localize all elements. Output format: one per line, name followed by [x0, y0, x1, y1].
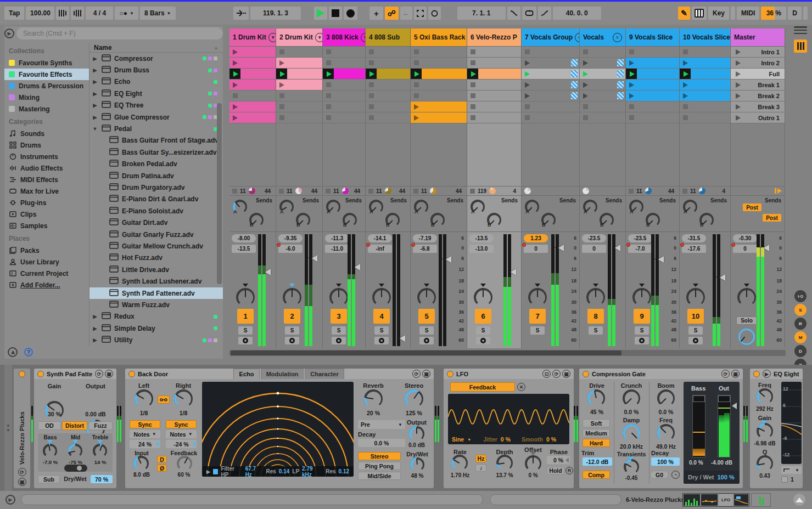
depth-knob[interactable] — [496, 455, 513, 471]
track-header[interactable]: 5 Oxi Bass Rack — [411, 29, 467, 47]
pan-knob[interactable] — [417, 288, 436, 307]
treble-knob[interactable] — [93, 444, 107, 458]
echo-drywet-knob[interactable] — [410, 457, 424, 472]
save-preset-icon[interactable]: ▣ — [422, 370, 430, 378]
peak-level-field[interactable]: -11.3 — [325, 234, 349, 242]
track-number-button[interactable]: 2 — [284, 309, 300, 324]
eq-freq-knob[interactable] — [757, 388, 773, 405]
viz-freeze-icon[interactable] — [213, 469, 219, 474]
fuzz-mode-button[interactable]: Fuzz — [88, 421, 113, 430]
playing-clip-button[interactable] — [323, 69, 334, 79]
sidebar-item-drums[interactable]: Drums — [4, 139, 89, 151]
playing-clip-button[interactable] — [229, 69, 240, 79]
cue-button[interactable] — [476, 337, 490, 344]
track-header[interactable]: Vocals≡ — [580, 29, 625, 47]
rate-value[interactable]: 1.70 Hz — [445, 472, 475, 478]
sidebar-item-audio-effects[interactable]: Audio Effects — [4, 162, 89, 174]
eq8-title-bar[interactable]: ▶ EQ Eight — [750, 369, 803, 379]
volume-field[interactable]: -6.8 — [413, 245, 437, 253]
clip-slot[interactable] — [626, 80, 679, 91]
jitter-value[interactable]: 0 % — [501, 436, 511, 443]
scene-slot[interactable]: Outro 1 — [731, 112, 785, 123]
solo-button[interactable]: S — [635, 326, 649, 335]
disclosure-icon[interactable]: ▶ — [92, 314, 98, 319]
preset-item[interactable]: E-Piano Dirt & Gnarl.adv — [89, 194, 223, 205]
show-returns-toggle[interactable]: R — [794, 318, 807, 330]
clip-slot[interactable] — [467, 91, 521, 101]
peak-level-field[interactable]: -13.5 — [469, 234, 494, 242]
clip-slot[interactable] — [626, 47, 679, 58]
sidebar-item-packs[interactable]: Packs — [4, 245, 89, 256]
send-a-knob[interactable]: A — [326, 200, 340, 214]
send-a-knob[interactable]: A — [471, 200, 485, 214]
clip-slot[interactable] — [580, 58, 625, 69]
cue-button[interactable] — [635, 337, 649, 344]
clip-slot[interactable] — [680, 101, 730, 112]
disclosure-icon[interactable]: ▶ — [92, 337, 98, 343]
punch-in-button[interactable] — [507, 7, 520, 20]
track-number-button[interactable]: 8 — [587, 309, 604, 324]
play-button[interactable] — [314, 7, 327, 20]
punch-out-button[interactable] — [538, 7, 551, 20]
clip-slot[interactable] — [626, 91, 679, 101]
send-a-knob[interactable]: A — [629, 200, 643, 214]
eq-gain-knob[interactable] — [757, 423, 773, 439]
volume-fader-handle[interactable] — [355, 264, 360, 270]
preset-item[interactable]: Broken Pedal.adv — [89, 159, 223, 170]
preset-item[interactable]: Synth Pad Fattener.adv — [89, 287, 223, 299]
clip-slot[interactable] — [229, 47, 276, 58]
re-enable-automation-button[interactable] — [428, 7, 441, 20]
wave-dropdown-icon[interactable]: ▼ — [467, 438, 471, 442]
clip-slot[interactable] — [467, 80, 521, 91]
send-b-knob[interactable]: B — [487, 213, 501, 227]
groove-amount-selector[interactable]: ○●▼ — [115, 7, 138, 20]
show-delay-toggle[interactable]: D — [794, 345, 807, 357]
damp-knob[interactable] — [623, 424, 640, 442]
ducking-button[interactable]: D — [157, 456, 167, 463]
device-item[interactable]: ▶Redux — [89, 311, 223, 323]
input-value[interactable]: 8.0 dB — [126, 472, 157, 478]
chain-meter-thumb[interactable] — [751, 493, 771, 507]
send-b-knob[interactable]: B — [249, 213, 264, 227]
send-a-knob[interactable]: A — [683, 200, 697, 214]
sidebar-item-favourite-effects[interactable]: Favourite Effects — [4, 69, 89, 80]
compgate-title-bar[interactable]: Compression Gate ⟳▣ — [579, 369, 743, 379]
cue-button[interactable] — [332, 337, 346, 344]
volume-field[interactable]: -13.5 — [232, 245, 256, 253]
listen-icon[interactable]: ◔ — [671, 471, 680, 479]
pan-knob[interactable] — [632, 288, 651, 307]
volume-field[interactable]: 0 — [733, 245, 757, 253]
device-item[interactable]: ▶Glue Compressor — [89, 111, 223, 123]
clip-slot[interactable] — [626, 69, 679, 80]
chevron-down-icon[interactable]: ▼ — [361, 33, 365, 42]
preset-item[interactable]: Hot Fuzz.adv — [89, 252, 223, 264]
soft-button[interactable]: Soft — [583, 419, 610, 427]
peak-level-field[interactable]: -14.1 — [368, 234, 392, 242]
stop-all-clips-button[interactable] — [775, 188, 782, 194]
track-header[interactable]: 2 Drum Kit▼ — [276, 29, 322, 47]
stop-button[interactable] — [329, 7, 342, 20]
hot-swap-icon[interactable]: ⟳ — [412, 370, 421, 378]
preset-item[interactable]: Little Drive.adv — [89, 264, 223, 275]
midi-map-button[interactable]: MIDI — [737, 7, 759, 20]
show-mixer-toggle[interactable]: M — [794, 331, 807, 343]
hot-swap-icon[interactable]: ⟳ — [721, 370, 730, 378]
disclosure-icon[interactable]: ▶ — [92, 56, 98, 61]
arrangement-position-field[interactable]: 119. 1. 3 — [250, 7, 301, 20]
bass-knob[interactable] — [43, 444, 57, 458]
stereo-mode-button[interactable]: Stereo — [358, 452, 401, 460]
crunch-knob[interactable] — [623, 389, 640, 407]
bass-value[interactable]: -7.0 % — [38, 459, 63, 465]
rate-knob[interactable] — [451, 455, 468, 471]
clip-slot[interactable] — [411, 91, 467, 101]
preset-item[interactable]: Drum Purgatory.adv — [89, 182, 223, 193]
clip-slot[interactable] — [229, 101, 276, 112]
volume-fader-handle[interactable] — [265, 269, 271, 275]
device-activator-icon[interactable] — [37, 371, 44, 377]
disclosure-icon[interactable]: ▶ — [92, 79, 98, 84]
hot-swap-icon[interactable]: ⟳ — [552, 370, 561, 378]
volume-field[interactable]: -7.0 — [628, 245, 652, 253]
medium-button[interactable]: Medium — [583, 429, 610, 437]
solo-button[interactable]: S — [332, 326, 346, 335]
eq-freq-value[interactable]: 292 Hz — [750, 406, 780, 412]
